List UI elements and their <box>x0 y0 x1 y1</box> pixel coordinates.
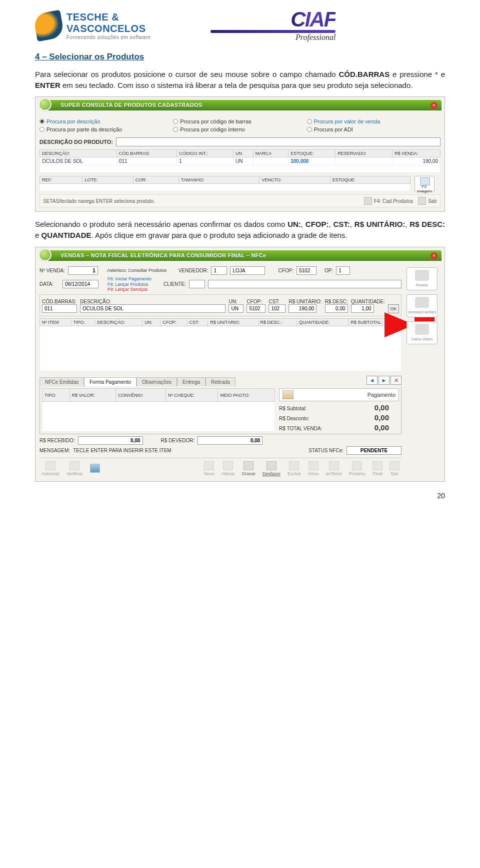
items-grid[interactable]: Nº ITEMTIPO:DESCRIÇÃO:UN:CFOP:CST:R$ UNI… <box>40 318 402 371</box>
header-logos: TESCHE & VASCONCELOS Fornecendo soluções… <box>35 10 445 42</box>
radio-procura-descricao[interactable]: Procura por descrição <box>40 117 173 125</box>
tool-verificar[interactable]: Verificar <box>66 461 83 476</box>
input-desc[interactable] <box>325 304 348 313</box>
tool-inicio[interactable]: Início <box>308 461 319 476</box>
input-data[interactable] <box>62 280 98 288</box>
tesche-tagline: Fornecendo soluções em software <box>66 34 150 40</box>
radio-procura-valor[interactable]: Procura por valor de venda <box>307 117 440 125</box>
exit-icon <box>418 197 426 205</box>
pagamento-button[interactable]: Pagamento <box>279 388 399 401</box>
input-status <box>346 446 402 455</box>
input-quantidade[interactable] <box>351 304 374 313</box>
tool-gravar[interactable]: Gravar <box>242 461 256 476</box>
ciaf-logo: CIAF Professional <box>210 10 336 42</box>
paragraph-1: Para selecionar os produtos posicione o … <box>35 69 445 91</box>
input-vendedor[interactable] <box>211 266 227 275</box>
tile-caixa-diario[interactable]: Caixa Diário <box>406 321 438 344</box>
search-mode-radios: Procura por descrição Procura por parte … <box>40 117 440 133</box>
next-icon <box>352 461 362 470</box>
tool-desfazer[interactable]: Desfazer <box>262 461 280 476</box>
ciaf-sub: Professional <box>296 33 336 42</box>
descricao-produto-input[interactable] <box>116 137 440 146</box>
close-icon[interactable]: × <box>430 252 438 259</box>
input-unitario[interactable] <box>288 304 316 313</box>
tool-search[interactable] <box>90 464 100 474</box>
last-icon <box>372 461 382 470</box>
page-number: 20 <box>35 492 445 500</box>
label-cliente: CLIENTE: <box>164 281 186 287</box>
search-icon <box>90 464 100 473</box>
edit-icon <box>223 461 233 470</box>
tab-retirada[interactable]: Retirada <box>206 377 236 386</box>
descricao-produto-label: DESCRIÇÃO DO PRODUTO: <box>40 139 113 145</box>
tab-observacoes[interactable]: Observações <box>136 377 177 386</box>
input-loja[interactable] <box>230 266 265 275</box>
tab-entrega[interactable]: Entrega <box>177 377 206 386</box>
input-op[interactable] <box>336 266 350 275</box>
section-title: 4 – Selecionar os Produtos <box>35 52 445 62</box>
authorize-icon <box>46 461 56 470</box>
input-cfop-top[interactable] <box>296 266 316 275</box>
tool-sair[interactable]: Sair <box>390 461 400 476</box>
f4-cadprodutos-button[interactable]: F4: Cad.Produtos <box>364 197 413 205</box>
tool-novo[interactable]: Novo <box>204 461 214 476</box>
undo-icon <box>266 461 276 470</box>
input-cliente-nome[interactable] <box>208 280 402 288</box>
screenshot-nfce: VENDAS – NOTA FISCAL ELETRÔNICA PARA CON… <box>35 247 445 482</box>
label-op: OP: <box>324 268 333 273</box>
tool-anterior[interactable]: anTerior <box>326 461 342 476</box>
cash-register-icon <box>282 390 294 399</box>
mensagem-text: TECLE ENTER PARA INSERIR ESTE ITEM <box>73 448 172 453</box>
input-un[interactable] <box>228 304 244 313</box>
label-vendedor: VENDEDOR: <box>178 268 208 273</box>
f3-imagem-button[interactable]: F3: Imagem <box>414 176 434 192</box>
tab-forma-pagamento[interactable]: Forma Pagamento <box>84 377 136 386</box>
radio-procura-codinterno[interactable]: Procura por código interno <box>173 125 306 133</box>
tabs: NFCe Emitidas Forma Pagamento Observaçõe… <box>40 377 236 386</box>
paragraph-2: Selecionando o produto será necessário a… <box>35 219 445 241</box>
input-devedor[interactable] <box>198 436 262 445</box>
input-cliente-cod[interactable] <box>189 280 205 288</box>
sair-button[interactable]: Sair <box>418 197 437 205</box>
tab-nfce-emitidas[interactable]: NFCe Emitidas <box>40 377 84 386</box>
tile-vendas-cartoes[interactable]: Vendas/Cartões <box>406 294 438 317</box>
tile-pedido[interactable]: Pedido <box>406 267 438 290</box>
payment-grid[interactable]: TIPO:R$ VALOR:CONVÊNIO:Nº CHEQUE:MEIO PA… <box>42 388 275 432</box>
tool-final[interactable]: Final <box>372 461 382 476</box>
products-grid[interactable]: DESCRIÇÃO: CÓD.BARRAS: CÓDIGO INT.: UN M… <box>40 149 440 173</box>
label-status: STATUS NFCe: <box>308 448 344 453</box>
table-row[interactable]: OCULOS DE SOL 011 1 UN 100,000 190,00 <box>40 157 440 165</box>
first-icon <box>308 461 318 470</box>
radio-procura-adi[interactable]: Procura por ADI <box>307 125 440 133</box>
nav-delete[interactable]: ✕ <box>390 376 402 385</box>
tool-autorizar[interactable]: Autorizar <box>42 461 60 476</box>
bottom-toolbar: Autorizar Verificar Novo Alterar Gravar … <box>40 458 402 477</box>
label-data: DATA: <box>40 281 54 287</box>
delete-icon <box>289 461 299 470</box>
tool-proximo[interactable]: Próximo <box>349 461 366 476</box>
right-tiles: Pedido Vendas/Cartões Caixa Diário <box>404 267 440 344</box>
ciaf-word: CIAF <box>290 10 336 29</box>
radio-procura-parte[interactable]: Procura por parte da descrição <box>40 125 173 133</box>
label-cfop-top: CFOP: <box>278 268 294 273</box>
exit-icon <box>390 461 400 470</box>
input-n-venda[interactable] <box>68 266 98 275</box>
new-icon <box>204 461 214 470</box>
input-recebido[interactable] <box>78 436 143 445</box>
verify-icon <box>70 461 80 470</box>
label-recebido: R$ RECEBIDO: <box>40 438 75 443</box>
tool-excluir[interactable]: Excluir <box>288 461 301 476</box>
detail-grid: REF:LOTE:COR:TAMANHO:VENCTO:ESTOQUE: <box>40 176 410 191</box>
radio-procura-codbarras[interactable]: Procura por código de barras <box>173 117 306 125</box>
label-devedor: R$ DEVEDOR: <box>161 438 195 443</box>
screenshot-product-search: SUPER CONSULTA DE PRODUTOS CADASTRADOS ×… <box>35 96 445 212</box>
input-cfop[interactable] <box>246 304 266 313</box>
input-codbarras[interactable] <box>42 304 77 313</box>
window-title-1: SUPER CONSULTA DE PRODUTOS CADASTRADOS <box>46 100 442 110</box>
input-descricao[interactable] <box>80 304 226 313</box>
nav-first[interactable]: ◄ <box>366 376 378 385</box>
nav-prev[interactable]: ► <box>378 376 390 385</box>
barcode-icon <box>364 197 372 205</box>
tool-alterar[interactable]: Alterar <box>222 461 235 476</box>
input-cst[interactable] <box>268 304 286 313</box>
